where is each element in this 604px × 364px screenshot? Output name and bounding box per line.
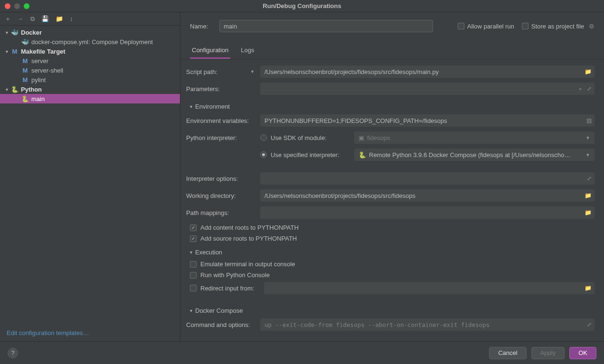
edit-templates-link[interactable]: Edit configuration templates…	[0, 326, 180, 341]
gear-icon[interactable]: ⚙	[589, 23, 595, 30]
dialog-footer: ? Cancel Apply OK	[0, 341, 604, 364]
folder-icon[interactable]: 📁	[585, 209, 592, 216]
tab-configuration[interactable]: Configuration	[190, 42, 230, 59]
chevron-down-icon: ▼	[585, 152, 590, 158]
radio-use-sdk[interactable]	[260, 134, 267, 141]
specified-interpreter-dropdown[interactable]: 🐍 Remote Python 3.9.6 Docker Compose (fi…	[354, 149, 595, 161]
checkbox-icon	[190, 224, 197, 231]
name-input[interactable]	[219, 20, 433, 32]
ok-button[interactable]: OK	[569, 347, 596, 359]
python-remote-icon: 🐍	[359, 151, 366, 159]
use-sdk-label: Use SDK of module:	[271, 134, 350, 141]
parameters-label: Parameters:	[186, 85, 260, 93]
python-icon: 🐍	[21, 95, 29, 103]
tree-group-python[interactable]: ▾ 🐍 Python	[0, 84, 180, 94]
chevron-down-icon: ▾	[190, 104, 192, 109]
expand-icon[interactable]: ⤢	[587, 85, 592, 92]
docker-icon: 🐳	[21, 38, 29, 46]
interpreter-label: Python interpreter:	[186, 134, 260, 141]
command-options-input[interactable]	[260, 318, 595, 331]
expand-icon[interactable]: ⤢	[587, 175, 592, 182]
python-icon: 🐍	[10, 86, 19, 93]
folder-icon[interactable]: 📁	[585, 68, 592, 75]
path-mappings-input[interactable]	[260, 206, 595, 219]
module-icon: ▣	[359, 134, 364, 141]
folder-config-icon[interactable]: 📁	[56, 15, 63, 22]
emulate-terminal-checkbox[interactable]: Emulate terminal in output console	[186, 259, 595, 270]
allow-parallel-checkbox[interactable]: Allow parallel run	[458, 23, 514, 30]
tree-item-docker-compose[interactable]: 🐳 docker-compose.yml: Compose Deployment	[0, 37, 180, 47]
add-source-roots-checkbox[interactable]: Add source roots to PYTHONPATH	[186, 233, 595, 244]
chevron-down-icon: ▾	[4, 29, 9, 35]
script-path-input[interactable]	[260, 65, 595, 78]
makefile-icon: M	[21, 76, 29, 84]
tree-item-main[interactable]: 🐍 main	[0, 94, 180, 103]
add-content-roots-checkbox[interactable]: Add content roots to PYTHONPATH	[186, 222, 595, 233]
save-config-icon[interactable]: 💾	[41, 15, 49, 22]
name-row: Name: Allow parallel run Store as projec…	[180, 12, 604, 38]
minimize-window-button[interactable]	[14, 3, 20, 9]
cancel-button[interactable]: Cancel	[489, 347, 526, 359]
script-path-label[interactable]: Script path: ▼	[186, 68, 260, 75]
add-icon[interactable]: ＋	[577, 85, 583, 93]
sort-config-icon[interactable]: ↕	[70, 15, 73, 22]
add-config-icon[interactable]: ＋	[5, 15, 11, 23]
tree-item-pylint[interactable]: M pylint	[0, 75, 180, 84]
use-specified-label: Use specified interpreter:	[271, 151, 350, 159]
redirect-input-field[interactable]	[264, 282, 595, 294]
run-python-console-checkbox[interactable]: Run with Python Console	[186, 270, 595, 280]
makefile-icon: M	[21, 67, 29, 74]
help-button[interactable]: ?	[8, 348, 18, 358]
tree-group-docker[interactable]: ▾ 🐳 Docker	[0, 28, 180, 37]
name-label: Name:	[190, 23, 212, 30]
checkbox-icon	[458, 23, 464, 29]
env-vars-input[interactable]	[260, 114, 595, 127]
chevron-down-icon: ▼	[585, 135, 590, 140]
radio-use-specified[interactable]	[260, 151, 267, 158]
tree-item-server-shell[interactable]: M server-shell	[0, 65, 180, 75]
command-options-label: Command and options:	[186, 321, 260, 328]
maximize-window-button[interactable]	[24, 3, 29, 9]
parameters-input[interactable]	[260, 83, 595, 95]
makefile-icon: M	[21, 57, 29, 65]
execution-section[interactable]: ▾ Execution	[186, 244, 595, 259]
docker-compose-section[interactable]: ▾ Docker Compose	[186, 302, 595, 317]
interp-options-input[interactable]	[260, 172, 595, 185]
folder-icon[interactable]: 📁	[585, 285, 592, 291]
environment-section[interactable]: ▾ Environment	[186, 98, 595, 113]
window-title: Run/Debug Configurations	[263, 2, 341, 9]
folder-icon[interactable]: 📁	[585, 192, 592, 199]
docker-icon: 🐳	[10, 29, 19, 36]
chevron-down-icon: ▼	[250, 69, 255, 74]
store-as-project-checkbox[interactable]: Store as project file ⚙	[522, 23, 595, 30]
configuration-form: Script path: ▼ 📁 Parameters: ＋ ⤢ ▾ Env	[180, 59, 604, 341]
content-panel: Name: Allow parallel run Store as projec…	[180, 12, 604, 341]
config-tree: ▾ 🐳 Docker 🐳 docker-compose.yml: Compose…	[0, 26, 180, 326]
checkbox-icon	[522, 23, 528, 29]
path-mappings-label: Path mappings:	[186, 209, 260, 216]
checkbox-icon	[190, 272, 197, 279]
expand-icon[interactable]: ⤢	[587, 321, 592, 328]
redirect-input-checkbox[interactable]	[190, 285, 197, 291]
workdir-input[interactable]	[260, 189, 595, 202]
interp-options-label: Interpreter options:	[186, 175, 260, 182]
tree-item-server[interactable]: M server	[0, 56, 180, 65]
makefile-icon: M	[10, 48, 19, 55]
tabs: Configuration Logs	[180, 42, 604, 59]
tab-logs[interactable]: Logs	[239, 42, 256, 59]
sdk-module-dropdown[interactable]: ▣ fidesops ▼	[354, 131, 595, 144]
close-window-button[interactable]	[5, 3, 10, 9]
window-titlebar: Run/Debug Configurations	[0, 0, 604, 12]
apply-button[interactable]: Apply	[531, 347, 565, 359]
copy-config-icon[interactable]: ⧉	[30, 15, 35, 23]
sidebar-toolbar: ＋ － ⧉ 💾 📁 ↕	[0, 12, 180, 26]
remove-config-icon[interactable]: －	[18, 15, 24, 23]
chevron-down-icon: ▾	[4, 48, 9, 54]
list-icon[interactable]: ▤	[586, 117, 592, 124]
sidebar: ＋ － ⧉ 💾 📁 ↕ ▾ 🐳 Docker 🐳 docker-compose.…	[0, 12, 180, 341]
chevron-down-icon: ▾	[4, 86, 9, 92]
env-vars-label: Environment variables:	[186, 117, 260, 124]
tree-group-makefile[interactable]: ▾ M Makefile Target	[0, 47, 180, 56]
chevron-down-icon: ▾	[190, 308, 192, 313]
checkbox-icon	[190, 261, 197, 268]
